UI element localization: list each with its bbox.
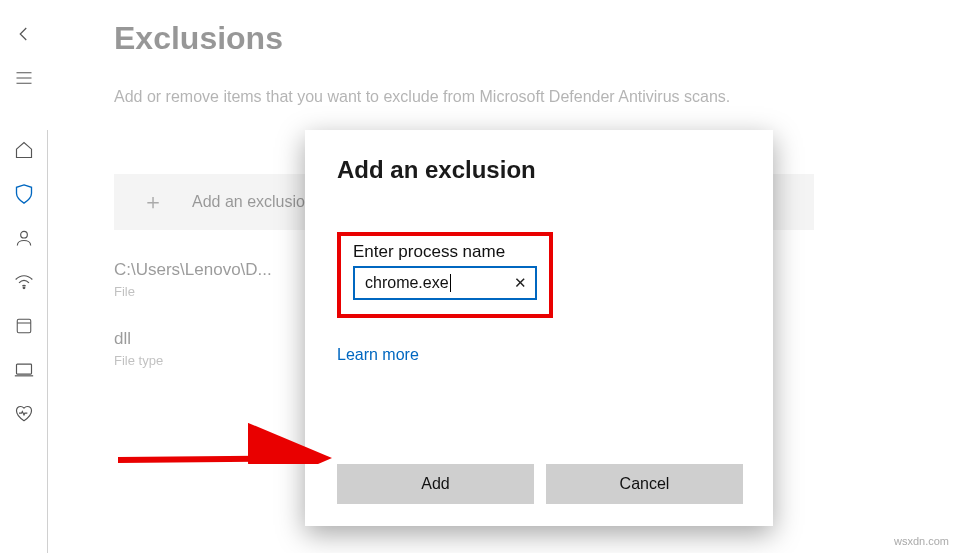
- annotation-highlight: Enter process name chrome.exe ✕: [337, 232, 553, 318]
- process-name-label: Enter process name: [353, 242, 537, 262]
- svg-point-1: [23, 287, 25, 289]
- device-icon[interactable]: [0, 348, 48, 392]
- dialog-title: Add an exclusion: [337, 156, 743, 184]
- left-rail: [0, 0, 48, 553]
- shield-icon[interactable]: [0, 172, 48, 216]
- watermark: wsxdn.com: [894, 535, 949, 547]
- menu-icon[interactable]: [0, 56, 48, 100]
- add-button[interactable]: Add: [337, 464, 534, 504]
- cancel-button[interactable]: Cancel: [546, 464, 743, 504]
- learn-more-link[interactable]: Learn more: [337, 346, 743, 364]
- clear-input-icon[interactable]: ✕: [514, 274, 527, 292]
- process-name-input[interactable]: chrome.exe ✕: [353, 266, 537, 300]
- svg-rect-3: [17, 364, 32, 374]
- svg-rect-2: [17, 319, 31, 333]
- back-icon[interactable]: [0, 12, 48, 56]
- add-exclusion-dialog: Add an exclusion Enter process name chro…: [305, 130, 773, 526]
- health-icon[interactable]: [0, 392, 48, 436]
- home-icon[interactable]: [0, 128, 48, 172]
- svg-point-0: [21, 231, 28, 238]
- input-value: chrome.exe: [365, 274, 451, 292]
- wifi-icon[interactable]: [0, 260, 48, 304]
- app-icon[interactable]: [0, 304, 48, 348]
- user-icon[interactable]: [0, 216, 48, 260]
